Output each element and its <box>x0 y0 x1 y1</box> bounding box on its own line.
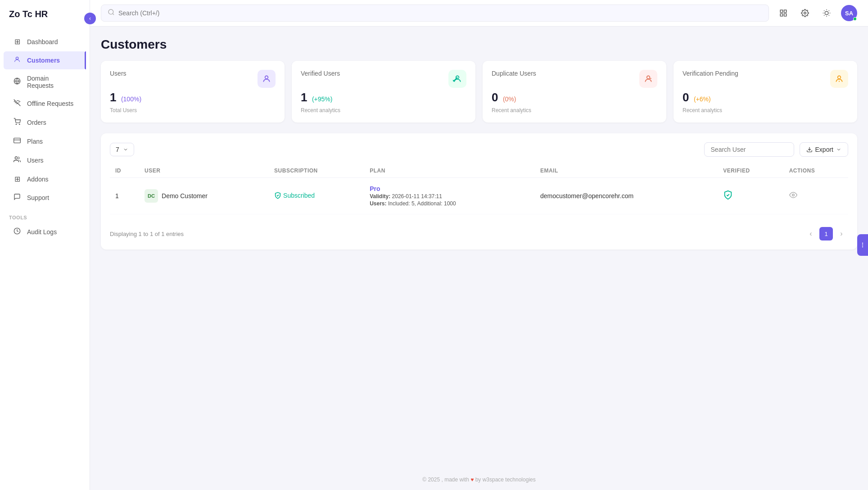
grid-icon[interactable] <box>776 6 791 20</box>
plan-users: Users: Included: 5, Additional: 1000 <box>370 200 529 207</box>
dashboard-icon: ⊞ <box>13 37 22 46</box>
orders-icon <box>13 118 22 127</box>
plan-validity: Validity: 2026-01-11 14:37:11 <box>370 193 529 200</box>
stat-percent: (100%) <box>121 95 141 103</box>
sidebar-item-dashboard[interactable]: ⊞ Dashboard <box>4 33 86 50</box>
stat-sublabel: Recent analytics <box>683 107 848 113</box>
sidebar-item-domain-requests[interactable]: Domain Requests <box>4 70 86 94</box>
svg-rect-15 <box>780 14 782 16</box>
sidebar-item-addons[interactable]: ⊞ Addons <box>4 170 86 188</box>
sidebar-item-label: Offline Requests <box>27 100 73 107</box>
search-user-input[interactable] <box>704 142 794 157</box>
settings-icon[interactable] <box>798 6 812 20</box>
right-edge-panel[interactable] <box>857 234 868 256</box>
sidebar-item-label: Plans <box>27 138 43 145</box>
table-header-row: ID USER SUBSCRIPTION PLAN EMAIL VERIFIED… <box>110 164 848 178</box>
user-cell: DC Demo Customer <box>145 189 263 203</box>
cell-actions <box>784 178 848 214</box>
plans-icon <box>13 137 22 146</box>
stat-label: Verification Pending <box>683 70 738 77</box>
subscription-status: Subscribed <box>283 192 315 199</box>
table-row: 1 DC Demo Customer Subscribed <box>110 178 848 214</box>
sidebar-navigation: ⊞ Dashboard Customers Domain Requests Of… <box>0 28 90 490</box>
topbar-icons: SA <box>776 5 857 21</box>
stat-label: Verified Users <box>301 70 340 77</box>
view-action-icon[interactable] <box>789 192 797 201</box>
stat-icon-users <box>258 70 276 88</box>
sidebar-item-offline-requests[interactable]: Offline Requests <box>4 95 86 113</box>
stat-value: 0 <box>492 91 498 104</box>
sidebar-item-label: Customers <box>27 57 60 64</box>
active-indicator <box>85 51 86 69</box>
cell-subscription: Subscribed <box>269 178 364 214</box>
svg-line-12 <box>113 14 114 15</box>
support-icon <box>13 193 22 202</box>
svg-point-29 <box>647 76 650 79</box>
svg-point-17 <box>804 12 806 14</box>
svg-line-26 <box>829 10 829 11</box>
stat-icon-duplicate <box>639 70 657 88</box>
col-verified: VERIFIED <box>718 164 783 178</box>
sidebar-item-label: Domain Requests <box>27 75 77 89</box>
svg-point-18 <box>825 11 828 15</box>
page-1-button[interactable]: 1 <box>819 227 833 240</box>
pagination: ‹ 1 › <box>804 227 848 240</box>
search-input[interactable] <box>118 9 762 17</box>
stat-sublabel: Recent analytics <box>492 107 657 113</box>
sidebar-item-support[interactable]: Support <box>4 189 86 207</box>
prev-page-button[interactable]: ‹ <box>804 227 818 240</box>
svg-point-0 <box>16 57 18 59</box>
search-box[interactable] <box>101 5 769 22</box>
sidebar-item-audit-logs[interactable]: Audit Logs <box>4 223 86 241</box>
addons-icon: ⊞ <box>13 175 22 183</box>
domain-requests-icon <box>13 77 22 86</box>
sidebar: Zo Tc HR ‹ ⊞ Dashboard Customers Domain … <box>0 0 90 490</box>
per-page-select[interactable]: 7 <box>110 143 134 156</box>
sidebar-item-customers[interactable]: Customers <box>4 51 86 69</box>
stat-card-header: Duplicate Users <box>492 70 657 88</box>
avatar-initials: SA <box>845 10 853 17</box>
stat-percent: (0%) <box>503 95 516 103</box>
tools-section-label: TOOLS <box>0 208 90 222</box>
svg-point-36 <box>862 246 863 247</box>
stats-grid: Users 1 (100%) Total Users Verified User… <box>101 61 857 122</box>
customers-table-section: 7 Export ID USER SUB <box>101 133 857 250</box>
sidebar-item-label: Audit Logs <box>27 228 57 236</box>
svg-rect-14 <box>784 10 787 12</box>
stat-card-duplicate-users: Duplicate Users 0 (0%) Recent analytics <box>483 61 666 122</box>
stat-card-verified-users: Verified Users 1 (+95%) Recent analytics <box>292 61 475 122</box>
stat-value: 1 <box>301 91 307 104</box>
sidebar-item-orders[interactable]: Orders <box>4 113 86 132</box>
stat-card-users: Users 1 (100%) Total Users <box>101 61 285 122</box>
brightness-icon[interactable] <box>819 6 834 20</box>
stat-card-pending: Verification Pending 0 (+6%) Recent anal… <box>674 61 857 122</box>
per-page-value: 7 <box>116 146 119 153</box>
stat-value-row: 1 (+95%) <box>301 91 466 104</box>
verified-icon <box>723 192 733 202</box>
svg-point-31 <box>838 76 841 79</box>
offline-requests-icon <box>13 99 22 108</box>
next-page-button[interactable]: › <box>835 227 848 240</box>
sidebar-item-label: Dashboard <box>27 38 58 45</box>
user-name: Demo Customer <box>162 192 208 200</box>
sidebar-item-label: Orders <box>27 119 46 126</box>
col-actions: ACTIONS <box>784 164 848 178</box>
stat-percent: (+95%) <box>312 95 333 103</box>
stat-label: Users <box>110 70 127 77</box>
svg-point-33 <box>792 194 794 196</box>
stat-sublabel: Total Users <box>110 107 276 113</box>
sidebar-item-plans[interactable]: Plans <box>4 132 86 150</box>
cell-verified <box>718 178 783 214</box>
pagination-info: Displaying 1 to 1 of 1 entries <box>110 231 184 237</box>
sidebar-item-users[interactable]: Users <box>4 151 86 169</box>
svg-point-9 <box>15 157 17 159</box>
table-footer: Displaying 1 to 1 of 1 entries ‹ 1 › <box>110 222 848 240</box>
plan-name: Pro <box>370 185 529 192</box>
avatar[interactable]: SA <box>841 5 857 21</box>
sidebar-toggle-button[interactable]: ‹ <box>84 13 96 24</box>
footer-text: © 2025 , made with ♥ by w3space technolo… <box>422 476 535 483</box>
heart-icon: ♥ <box>470 476 474 483</box>
sidebar-item-label: Addons <box>27 176 48 183</box>
table-controls: 7 Export <box>110 142 848 157</box>
export-button[interactable]: Export <box>800 142 848 157</box>
